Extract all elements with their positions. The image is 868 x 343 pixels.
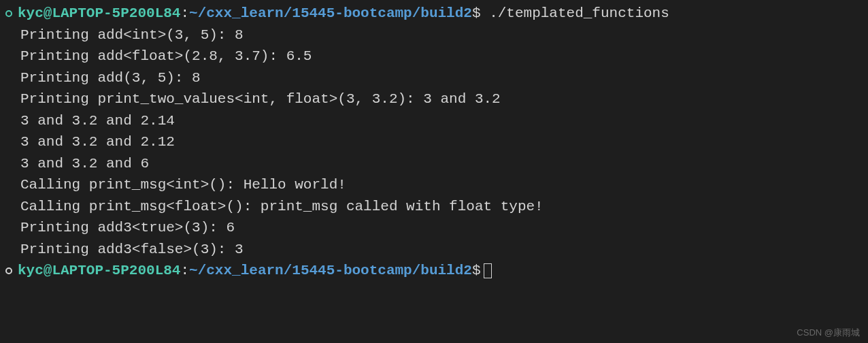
- prompt-symbol: $: [472, 260, 481, 282]
- command-text: ./templated_functions: [481, 3, 669, 24]
- output-line: Printing add3<false>(3): 3: [5, 239, 868, 261]
- separator-colon: :: [180, 3, 189, 24]
- user-host: kyc@LAPTOP-5P200L84: [18, 260, 180, 282]
- output-line: 3 and 3.2 and 2.14: [5, 110, 868, 132]
- output-line: Printing add(3, 5): 8: [5, 67, 868, 89]
- output-line: Printing print_two_values<int, float>(3,…: [5, 88, 868, 110]
- user-host: kyc@LAPTOP-5P200L84: [18, 3, 180, 24]
- watermark-text: CSDN @康雨城: [797, 326, 860, 340]
- prompt-symbol: $: [472, 3, 481, 24]
- working-directory: ~/cxx_learn/15445-bootcamp/build2: [189, 3, 472, 24]
- cursor-icon: [484, 263, 492, 278]
- indicator-icon: [5, 10, 12, 17]
- separator-colon: :: [180, 260, 189, 282]
- indicator-icon: [5, 267, 12, 274]
- output-line: Printing add3<true>(3): 6: [5, 217, 868, 239]
- output-line: Printing add<int>(3, 5): 8: [5, 24, 868, 46]
- prompt-line-1[interactable]: kyc@LAPTOP-5P200L84 : ~/cxx_learn/15445-…: [5, 3, 868, 24]
- output-line: 3 and 3.2 and 2.12: [5, 131, 868, 153]
- output-line: Calling print_msg<int>(): Hello world!: [5, 174, 868, 196]
- output-line: Calling print_msg<float>(): print_msg ca…: [5, 196, 868, 218]
- output-line: Printing add<float>(2.8, 3.7): 6.5: [5, 46, 868, 67]
- prompt-line-2[interactable]: kyc@LAPTOP-5P200L84 : ~/cxx_learn/15445-…: [5, 260, 868, 282]
- output-line: 3 and 3.2 and 6: [5, 153, 868, 175]
- working-directory: ~/cxx_learn/15445-bootcamp/build2: [189, 260, 472, 282]
